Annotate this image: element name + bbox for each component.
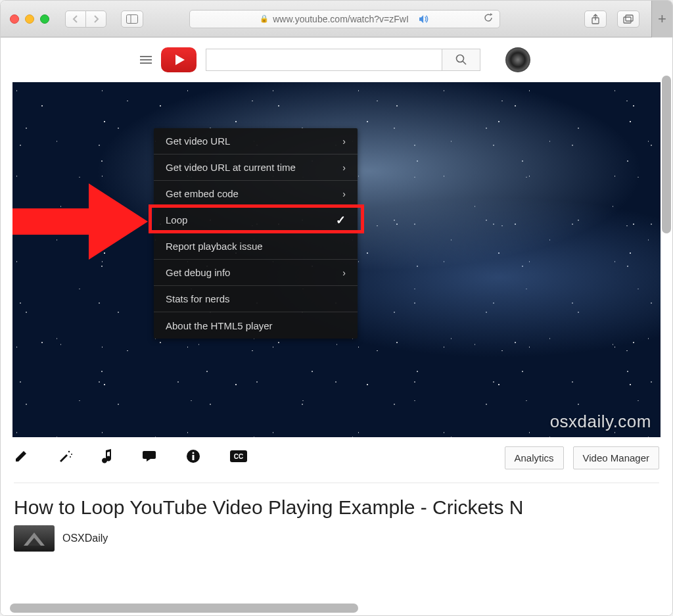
video-context-menu: Get video URL › Get video URL at current… <box>154 128 358 339</box>
reload-icon <box>484 13 493 22</box>
menu-item-label: Report playback issue <box>166 241 263 252</box>
info-icon[interactable] <box>186 449 200 467</box>
chevron-right-icon: › <box>342 136 346 147</box>
svg-rect-10 <box>143 451 156 459</box>
user-avatar[interactable] <box>505 47 530 72</box>
svg-rect-0 <box>127 14 138 23</box>
audio-icon[interactable] <box>102 449 112 467</box>
chevron-left-icon <box>72 15 79 23</box>
channel-thumbnail[interactable] <box>14 525 55 552</box>
enhance-icon[interactable] <box>57 449 73 467</box>
chevron-right-icon <box>93 15 99 23</box>
video-manager-button[interactable]: Video Manager <box>573 446 659 469</box>
search-button[interactable] <box>442 49 480 71</box>
edit-icon[interactable] <box>14 449 28 467</box>
forward-button[interactable] <box>85 11 106 28</box>
chevron-right-icon: › <box>342 189 346 199</box>
menu-item-label: Get debug info <box>166 267 230 278</box>
channel-name[interactable]: OSXDaily <box>62 533 108 544</box>
back-button[interactable] <box>65 11 86 28</box>
menu-item-label: Loop <box>166 214 187 225</box>
checkmark-icon: ✓ <box>336 213 346 227</box>
svg-point-7 <box>68 450 70 452</box>
svg-rect-3 <box>624 17 631 23</box>
menu-get-video-url-time[interactable]: Get video URL at current time › <box>154 154 358 181</box>
page-content: osxdaily.com Get video URL › Get video U… <box>1 37 672 615</box>
video-title: How to Loop YouTube Video Playing Exampl… <box>1 490 672 523</box>
menu-get-video-url[interactable]: Get video URL › <box>154 128 358 154</box>
svg-point-9 <box>70 456 71 458</box>
svg-point-12 <box>193 452 195 454</box>
analytics-button[interactable]: Analytics <box>505 446 564 469</box>
window-controls <box>10 14 49 24</box>
chevron-right-icon: › <box>342 162 346 173</box>
divider <box>14 483 659 483</box>
menu-about-html5[interactable]: About the HTML5 player <box>154 312 358 339</box>
vertical-scrollbar[interactable] <box>662 76 671 233</box>
video-action-bar: CC Analytics Video Manager <box>1 437 672 479</box>
menu-item-label: Get embed code <box>166 188 239 199</box>
minimize-window-button[interactable] <box>25 14 34 24</box>
svg-point-8 <box>71 454 72 455</box>
browser-title-bar: 🔒 www.youtube.com/watch?v=zFwI + <box>1 1 672 37</box>
menu-item-label: Get video URL at current time <box>166 162 296 173</box>
menu-get-embed-code[interactable]: Get embed code › <box>154 181 358 207</box>
sound-icon[interactable] <box>418 14 430 24</box>
sidebar-icon <box>126 14 138 24</box>
tabs-button[interactable] <box>617 11 639 28</box>
share-icon <box>591 14 600 24</box>
reload-button[interactable] <box>484 13 493 24</box>
menu-item-label: Stats for nerds <box>166 293 230 304</box>
youtube-header <box>1 37 672 82</box>
horizontal-scrollbar[interactable] <box>10 604 358 613</box>
menu-item-label: Get video URL <box>166 135 230 147</box>
lock-icon: 🔒 <box>260 14 269 23</box>
youtube-logo[interactable] <box>161 47 197 72</box>
svg-text:CC: CC <box>234 453 243 460</box>
search-icon <box>455 54 467 66</box>
new-tab-button[interactable]: + <box>651 1 672 37</box>
captions-icon[interactable]: CC <box>229 450 248 467</box>
menu-loop[interactable]: Loop ✓ <box>154 207 358 233</box>
video-player[interactable]: osxdaily.com Get video URL › Get video U… <box>12 82 661 437</box>
channel-row: OSXDaily <box>1 523 672 554</box>
svg-rect-13 <box>193 455 195 460</box>
sidebar-toggle-button[interactable] <box>121 11 143 28</box>
address-bar[interactable]: 🔒 www.youtube.com/watch?v=zFwI <box>189 10 500 28</box>
menu-button[interactable] <box>140 56 152 64</box>
menu-stats-for-nerds[interactable]: Stats for nerds <box>154 286 358 312</box>
play-icon <box>175 55 185 65</box>
share-button[interactable] <box>584 11 607 28</box>
svg-line-6 <box>463 61 466 64</box>
safari-window: 🔒 www.youtube.com/watch?v=zFwI + <box>0 0 673 616</box>
maximize-window-button[interactable] <box>40 14 49 24</box>
close-window-button[interactable] <box>10 14 19 24</box>
menu-get-debug-info[interactable]: Get debug info › <box>154 260 358 286</box>
svg-rect-4 <box>626 15 633 21</box>
watermark-text: osxdaily.com <box>550 412 651 432</box>
search-input[interactable] <box>206 49 442 71</box>
url-text: www.youtube.com/watch?v=zFwI <box>273 14 409 24</box>
tabs-icon <box>623 14 634 24</box>
svg-point-5 <box>456 55 463 62</box>
plus-icon: + <box>658 11 666 28</box>
annotations-icon[interactable] <box>141 450 157 467</box>
chevron-right-icon: › <box>342 268 346 278</box>
menu-item-label: About the HTML5 player <box>166 320 273 331</box>
menu-report-playback[interactable]: Report playback issue <box>154 233 358 260</box>
